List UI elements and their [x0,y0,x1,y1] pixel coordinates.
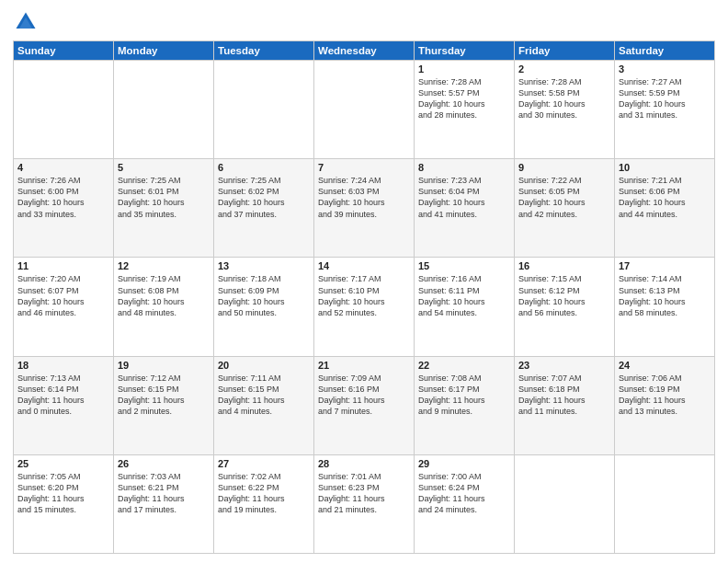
calendar-cell: 13Sunrise: 7:18 AM Sunset: 6:09 PM Dayli… [214,258,314,356]
calendar-cell: 12Sunrise: 7:19 AM Sunset: 6:08 PM Dayli… [114,258,214,356]
calendar-cell: 2Sunrise: 7:28 AM Sunset: 5:58 PM Daylig… [515,61,615,159]
day-info: Sunrise: 7:07 AM Sunset: 6:18 PM Dayligh… [518,373,610,418]
day-number: 19 [118,360,210,371]
day-number: 27 [218,458,310,469]
day-number: 16 [518,260,610,271]
weekday-header: Sunday [14,41,114,61]
weekday-row: SundayMondayTuesdayWednesdayThursdayFrid… [14,41,715,61]
day-number: 25 [17,458,109,469]
day-info: Sunrise: 7:28 AM Sunset: 5:57 PM Dayligh… [418,76,510,121]
day-number: 10 [619,162,711,173]
day-number: 22 [418,360,510,371]
calendar-cell: 16Sunrise: 7:15 AM Sunset: 6:12 PM Dayli… [515,258,615,356]
weekday-header: Friday [515,41,615,61]
calendar-week: 4Sunrise: 7:26 AM Sunset: 6:00 PM Daylig… [14,159,715,258]
day-number: 9 [518,162,610,173]
day-info: Sunrise: 7:20 AM Sunset: 6:07 PM Dayligh… [17,273,109,318]
day-info: Sunrise: 7:25 AM Sunset: 6:02 PM Dayligh… [218,175,310,220]
calendar-body: 1Sunrise: 7:28 AM Sunset: 5:57 PM Daylig… [14,61,715,554]
day-info: Sunrise: 7:16 AM Sunset: 6:11 PM Dayligh… [418,273,510,318]
calendar-cell: 17Sunrise: 7:14 AM Sunset: 6:13 PM Dayli… [615,258,715,356]
day-number: 23 [518,360,610,371]
day-info: Sunrise: 7:22 AM Sunset: 6:05 PM Dayligh… [518,175,610,220]
weekday-header: Monday [114,41,214,61]
day-info: Sunrise: 7:25 AM Sunset: 6:01 PM Dayligh… [118,175,210,220]
calendar: SundayMondayTuesdayWednesdayThursdayFrid… [13,40,715,554]
calendar-cell: 18Sunrise: 7:13 AM Sunset: 6:14 PM Dayli… [14,356,114,454]
day-info: Sunrise: 7:00 AM Sunset: 6:24 PM Dayligh… [418,471,510,516]
calendar-cell [214,61,314,159]
day-info: Sunrise: 7:27 AM Sunset: 5:59 PM Dayligh… [619,76,711,121]
day-number: 3 [619,63,711,75]
day-number: 24 [619,360,711,371]
day-number: 8 [418,162,510,173]
day-info: Sunrise: 7:24 AM Sunset: 6:03 PM Dayligh… [318,175,410,220]
calendar-cell: 22Sunrise: 7:08 AM Sunset: 6:17 PM Dayli… [415,356,515,454]
calendar-cell: 14Sunrise: 7:17 AM Sunset: 6:10 PM Dayli… [314,258,415,356]
day-info: Sunrise: 7:08 AM Sunset: 6:17 PM Dayligh… [418,373,510,418]
calendar-cell: 10Sunrise: 7:21 AM Sunset: 6:06 PM Dayli… [615,159,715,258]
calendar-cell: 1Sunrise: 7:28 AM Sunset: 5:57 PM Daylig… [415,61,515,159]
day-info: Sunrise: 7:21 AM Sunset: 6:06 PM Dayligh… [619,175,711,220]
calendar-cell: 6Sunrise: 7:25 AM Sunset: 6:02 PM Daylig… [214,159,314,258]
day-info: Sunrise: 7:26 AM Sunset: 6:00 PM Dayligh… [17,175,109,220]
calendar-cell [114,61,214,159]
day-number: 14 [318,260,410,271]
day-number: 11 [17,260,109,271]
day-info: Sunrise: 7:19 AM Sunset: 6:08 PM Dayligh… [118,273,210,318]
calendar-header: SundayMondayTuesdayWednesdayThursdayFrid… [14,41,715,61]
calendar-cell [14,61,114,159]
calendar-cell [314,61,415,159]
calendar-cell: 25Sunrise: 7:05 AM Sunset: 6:20 PM Dayli… [14,454,114,553]
day-number: 26 [118,458,210,469]
calendar-cell [615,454,715,553]
weekday-header: Thursday [415,41,515,61]
calendar-week: 18Sunrise: 7:13 AM Sunset: 6:14 PM Dayli… [14,356,715,454]
day-number: 18 [17,360,109,371]
day-number: 2 [518,63,610,75]
calendar-cell: 3Sunrise: 7:27 AM Sunset: 5:59 PM Daylig… [615,61,715,159]
calendar-week: 25Sunrise: 7:05 AM Sunset: 6:20 PM Dayli… [14,454,715,553]
logo [13,9,42,35]
day-number: 6 [218,162,310,173]
day-number: 7 [318,162,410,173]
calendar-cell: 20Sunrise: 7:11 AM Sunset: 6:15 PM Dayli… [214,356,314,454]
day-number: 5 [118,162,210,173]
day-number: 29 [418,458,510,469]
calendar-cell: 15Sunrise: 7:16 AM Sunset: 6:11 PM Dayli… [415,258,515,356]
calendar-cell: 21Sunrise: 7:09 AM Sunset: 6:16 PM Dayli… [314,356,415,454]
day-info: Sunrise: 7:18 AM Sunset: 6:09 PM Dayligh… [218,273,310,318]
calendar-cell: 27Sunrise: 7:02 AM Sunset: 6:22 PM Dayli… [214,454,314,553]
day-number: 20 [218,360,310,371]
weekday-header: Tuesday [214,41,314,61]
day-info: Sunrise: 7:14 AM Sunset: 6:13 PM Dayligh… [619,273,711,318]
calendar-cell: 8Sunrise: 7:23 AM Sunset: 6:04 PM Daylig… [415,159,515,258]
day-info: Sunrise: 7:15 AM Sunset: 6:12 PM Dayligh… [518,273,610,318]
day-info: Sunrise: 7:06 AM Sunset: 6:19 PM Dayligh… [619,373,711,418]
calendar-week: 1Sunrise: 7:28 AM Sunset: 5:57 PM Daylig… [14,61,715,159]
page: SundayMondayTuesdayWednesdayThursdayFrid… [0,0,728,563]
weekday-header: Wednesday [314,41,415,61]
day-number: 13 [218,260,310,271]
calendar-cell: 11Sunrise: 7:20 AM Sunset: 6:07 PM Dayli… [14,258,114,356]
day-number: 28 [318,458,410,469]
day-info: Sunrise: 7:28 AM Sunset: 5:58 PM Dayligh… [518,76,610,121]
calendar-cell: 7Sunrise: 7:24 AM Sunset: 6:03 PM Daylig… [314,159,415,258]
calendar-cell: 9Sunrise: 7:22 AM Sunset: 6:05 PM Daylig… [515,159,615,258]
calendar-cell: 4Sunrise: 7:26 AM Sunset: 6:00 PM Daylig… [14,159,114,258]
day-info: Sunrise: 7:23 AM Sunset: 6:04 PM Dayligh… [418,175,510,220]
day-info: Sunrise: 7:11 AM Sunset: 6:15 PM Dayligh… [218,373,310,418]
calendar-cell: 5Sunrise: 7:25 AM Sunset: 6:01 PM Daylig… [114,159,214,258]
calendar-week: 11Sunrise: 7:20 AM Sunset: 6:07 PM Dayli… [14,258,715,356]
day-number: 4 [17,162,109,173]
logo-icon [13,9,39,35]
day-info: Sunrise: 7:01 AM Sunset: 6:23 PM Dayligh… [318,471,410,516]
calendar-cell: 23Sunrise: 7:07 AM Sunset: 6:18 PM Dayli… [515,356,615,454]
day-info: Sunrise: 7:03 AM Sunset: 6:21 PM Dayligh… [118,471,210,516]
calendar-cell [515,454,615,553]
calendar-cell: 19Sunrise: 7:12 AM Sunset: 6:15 PM Dayli… [114,356,214,454]
day-info: Sunrise: 7:09 AM Sunset: 6:16 PM Dayligh… [318,373,410,418]
day-info: Sunrise: 7:05 AM Sunset: 6:20 PM Dayligh… [17,471,109,516]
calendar-cell: 28Sunrise: 7:01 AM Sunset: 6:23 PM Dayli… [314,454,415,553]
day-number: 12 [118,260,210,271]
